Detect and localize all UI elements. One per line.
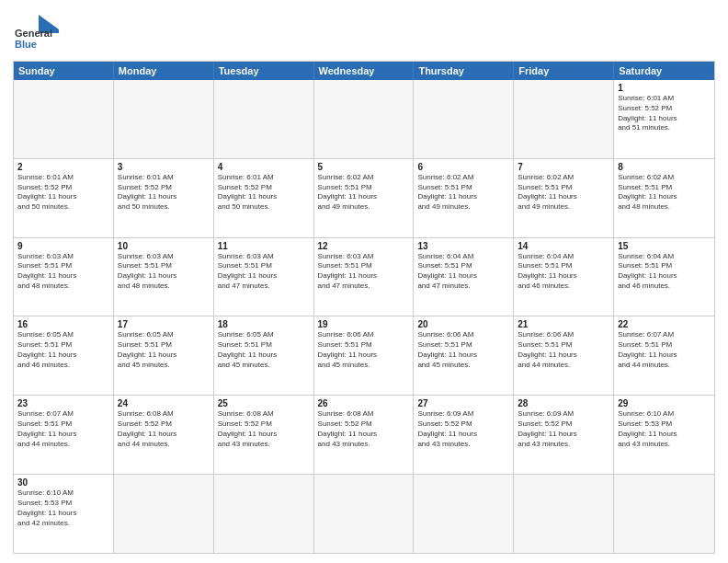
calendar-row: 16Sunrise: 6:05 AM Sunset: 5:51 PM Dayli… <box>14 316 714 396</box>
calendar-cell: 12Sunrise: 6:03 AM Sunset: 5:51 PM Dayli… <box>314 238 415 316</box>
calendar-header: SundayMondayTuesdayWednesdayThursdayFrid… <box>14 62 714 80</box>
day-number: 22 <box>618 319 711 329</box>
calendar-cell: 1Sunrise: 6:01 AM Sunset: 5:52 PM Daylig… <box>614 80 714 158</box>
day-number: 15 <box>618 241 711 251</box>
cell-info: Sunrise: 6:02 AM Sunset: 5:51 PM Dayligh… <box>318 173 410 213</box>
calendar-cell: 8Sunrise: 6:02 AM Sunset: 5:51 PM Daylig… <box>614 159 714 237</box>
general-blue-logo: General Blue <box>13 11 63 55</box>
cell-info: Sunrise: 6:05 AM Sunset: 5:51 PM Dayligh… <box>118 330 210 370</box>
svg-text:Blue: Blue <box>15 39 37 50</box>
cell-info: Sunrise: 6:10 AM Sunset: 5:53 PM Dayligh… <box>618 409 711 449</box>
calendar-cell <box>114 80 214 158</box>
day-number: 13 <box>417 241 509 251</box>
cell-info: Sunrise: 6:06 AM Sunset: 5:51 PM Dayligh… <box>417 330 509 370</box>
day-number: 23 <box>17 398 109 408</box>
calendar-cell: 29Sunrise: 6:10 AM Sunset: 5:53 PM Dayli… <box>614 396 714 474</box>
day-number: 16 <box>17 319 109 329</box>
day-number: 21 <box>518 319 609 329</box>
cell-info: Sunrise: 6:09 AM Sunset: 5:52 PM Dayligh… <box>417 409 509 449</box>
day-number: 9 <box>17 241 109 251</box>
cell-info: Sunrise: 6:01 AM Sunset: 5:52 PM Dayligh… <box>17 173 109 213</box>
day-number: 12 <box>318 241 410 251</box>
calendar-cell: 23Sunrise: 6:07 AM Sunset: 5:51 PM Dayli… <box>14 396 114 474</box>
header: General Blue <box>13 11 715 55</box>
day-number: 4 <box>218 162 310 172</box>
day-number: 26 <box>318 398 410 408</box>
calendar-row: 30Sunrise: 6:10 AM Sunset: 5:53 PM Dayli… <box>14 475 714 553</box>
cell-info: Sunrise: 6:10 AM Sunset: 5:53 PM Dayligh… <box>17 488 109 528</box>
cell-info: Sunrise: 6:03 AM Sunset: 5:51 PM Dayligh… <box>118 252 210 292</box>
calendar-cell <box>114 475 214 553</box>
cell-info: Sunrise: 6:03 AM Sunset: 5:51 PM Dayligh… <box>318 252 410 292</box>
calendar-cell: 18Sunrise: 6:05 AM Sunset: 5:51 PM Dayli… <box>214 316 314 395</box>
calendar-cell: 13Sunrise: 6:04 AM Sunset: 5:51 PM Dayli… <box>414 238 514 316</box>
day-number: 10 <box>118 241 210 251</box>
calendar-header-day: Thursday <box>414 62 514 80</box>
calendar-cell: 3Sunrise: 6:01 AM Sunset: 5:52 PM Daylig… <box>114 159 214 237</box>
cell-info: Sunrise: 6:08 AM Sunset: 5:52 PM Dayligh… <box>218 409 310 449</box>
day-number: 18 <box>218 319 310 329</box>
calendar-cell: 17Sunrise: 6:05 AM Sunset: 5:51 PM Dayli… <box>114 316 214 395</box>
day-number: 20 <box>417 319 509 329</box>
calendar-header-day: Sunday <box>14 62 114 80</box>
calendar-cell: 22Sunrise: 6:07 AM Sunset: 5:51 PM Dayli… <box>614 316 714 395</box>
calendar-header-day: Friday <box>514 62 614 80</box>
calendar-cell <box>514 80 614 158</box>
calendar-header-day: Tuesday <box>214 62 314 80</box>
calendar-cell: 5Sunrise: 6:02 AM Sunset: 5:51 PM Daylig… <box>314 159 415 237</box>
day-number: 28 <box>518 398 609 408</box>
calendar-cell: 2Sunrise: 6:01 AM Sunset: 5:52 PM Daylig… <box>14 159 114 237</box>
day-number: 19 <box>318 319 410 329</box>
day-number: 2 <box>17 162 109 172</box>
cell-info: Sunrise: 6:01 AM Sunset: 5:52 PM Dayligh… <box>118 173 210 213</box>
calendar-row: 2Sunrise: 6:01 AM Sunset: 5:52 PM Daylig… <box>14 159 714 238</box>
calendar-cell: 27Sunrise: 6:09 AM Sunset: 5:52 PM Dayli… <box>414 396 514 474</box>
cell-info: Sunrise: 6:03 AM Sunset: 5:51 PM Dayligh… <box>17 252 109 292</box>
logo-area: General Blue <box>13 11 63 55</box>
day-number: 30 <box>17 477 109 488</box>
calendar-header-day: Saturday <box>614 62 714 80</box>
cell-info: Sunrise: 6:02 AM Sunset: 5:51 PM Dayligh… <box>618 173 711 213</box>
cell-info: Sunrise: 6:08 AM Sunset: 5:52 PM Dayligh… <box>118 409 210 449</box>
calendar-row: 1Sunrise: 6:01 AM Sunset: 5:52 PM Daylig… <box>14 80 714 159</box>
calendar-cell: 25Sunrise: 6:08 AM Sunset: 5:52 PM Dayli… <box>214 396 314 474</box>
calendar-cell: 14Sunrise: 6:04 AM Sunset: 5:51 PM Dayli… <box>514 238 614 316</box>
calendar-cell <box>314 80 415 158</box>
svg-text:General: General <box>15 28 52 39</box>
calendar-row: 9Sunrise: 6:03 AM Sunset: 5:51 PM Daylig… <box>14 238 714 317</box>
calendar-cell <box>314 475 415 553</box>
calendar-cell <box>14 80 114 158</box>
cell-info: Sunrise: 6:02 AM Sunset: 5:51 PM Dayligh… <box>417 173 509 213</box>
cell-info: Sunrise: 6:09 AM Sunset: 5:52 PM Dayligh… <box>518 409 609 449</box>
cell-info: Sunrise: 6:04 AM Sunset: 5:51 PM Dayligh… <box>417 252 509 292</box>
calendar-cell: 9Sunrise: 6:03 AM Sunset: 5:51 PM Daylig… <box>14 238 114 316</box>
calendar-cell: 30Sunrise: 6:10 AM Sunset: 5:53 PM Dayli… <box>14 475 114 553</box>
calendar-cell: 24Sunrise: 6:08 AM Sunset: 5:52 PM Dayli… <box>114 396 214 474</box>
calendar-cell <box>614 475 714 553</box>
calendar-cell: 4Sunrise: 6:01 AM Sunset: 5:52 PM Daylig… <box>214 159 314 237</box>
calendar-cell: 11Sunrise: 6:03 AM Sunset: 5:51 PM Dayli… <box>214 238 314 316</box>
calendar-cell <box>214 475 314 553</box>
day-number: 1 <box>618 83 711 93</box>
cell-info: Sunrise: 6:07 AM Sunset: 5:51 PM Dayligh… <box>618 330 711 370</box>
calendar-cell: 7Sunrise: 6:02 AM Sunset: 5:51 PM Daylig… <box>514 159 614 237</box>
calendar-header-day: Monday <box>114 62 214 80</box>
calendar-cell: 20Sunrise: 6:06 AM Sunset: 5:51 PM Dayli… <box>414 316 514 395</box>
cell-info: Sunrise: 6:03 AM Sunset: 5:51 PM Dayligh… <box>218 252 310 292</box>
calendar-cell: 26Sunrise: 6:08 AM Sunset: 5:52 PM Dayli… <box>314 396 415 474</box>
calendar-cell <box>514 475 614 553</box>
page: General Blue SundayMondayTuesdayWednesda… <box>0 0 728 563</box>
calendar-cell: 15Sunrise: 6:04 AM Sunset: 5:51 PM Dayli… <box>614 238 714 316</box>
day-number: 29 <box>618 398 711 408</box>
day-number: 3 <box>118 162 210 172</box>
calendar-cell: 28Sunrise: 6:09 AM Sunset: 5:52 PM Dayli… <box>514 396 614 474</box>
day-number: 5 <box>318 162 410 172</box>
calendar-cell <box>414 80 514 158</box>
cell-info: Sunrise: 6:01 AM Sunset: 5:52 PM Dayligh… <box>218 173 310 213</box>
calendar-cell: 16Sunrise: 6:05 AM Sunset: 5:51 PM Dayli… <box>14 316 114 395</box>
calendar-header-day: Wednesday <box>314 62 415 80</box>
day-number: 25 <box>218 398 310 408</box>
cell-info: Sunrise: 6:04 AM Sunset: 5:51 PM Dayligh… <box>518 252 609 292</box>
day-number: 8 <box>618 162 711 172</box>
cell-info: Sunrise: 6:01 AM Sunset: 5:52 PM Dayligh… <box>618 94 711 133</box>
